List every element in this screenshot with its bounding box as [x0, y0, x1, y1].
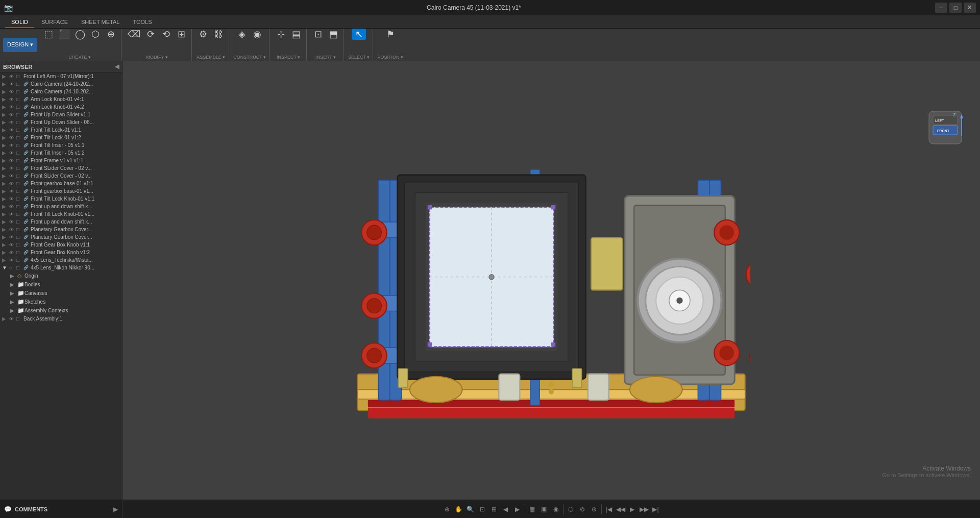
expand-icon-24[interactable]: ▶ [2, 257, 9, 263]
axis-button[interactable]: ◉ [250, 29, 264, 40]
visibility-icon-0[interactable]: 👁 [9, 74, 16, 79]
expand-icon-15[interactable]: ▶ [2, 188, 9, 194]
browser-item-23[interactable]: ▶👁□🔗Front Gear Box Knob v1:2 [0, 249, 122, 256]
expand-icon-25[interactable]: ▼ [2, 265, 9, 270]
close-button[interactable]: ✕ [964, 3, 976, 13]
modify-label[interactable]: MODIFY ▾ [146, 55, 168, 60]
browser-item-13[interactable]: ▶👁□🔗Front SLider Cover - 02 v... [0, 172, 122, 180]
browser-item-29[interactable]: ▶📁Sketches [0, 298, 122, 306]
zoom-fit-button[interactable]: ⊡ [477, 504, 488, 515]
move-button[interactable]: ⊕ [104, 29, 118, 40]
visibility-icon-6[interactable]: 👁 [9, 120, 16, 125]
visual-style-button[interactable]: ▣ [538, 504, 550, 515]
browser-item-9[interactable]: ▶👁□🔗Front Tilt Inser - 05 v1:1 [0, 141, 122, 149]
shell-button[interactable]: ⊞ [174, 29, 188, 40]
expand-icon-13[interactable]: ▶ [2, 173, 9, 179]
browser-item-27[interactable]: ▶📁Bodies [0, 280, 122, 289]
design-button[interactable]: DESIGN ▾ [3, 38, 37, 52]
align-button[interactable]: ⚑ [383, 29, 398, 40]
comments-collapse-icon[interactable]: ▶ [113, 506, 118, 513]
browser-item-7[interactable]: ▶👁□🔗Front Tilt Lock-01 v1:1 [0, 126, 122, 134]
visibility-icon-9[interactable]: 👁 [9, 143, 16, 148]
expand-icon-27[interactable]: ▶ [10, 282, 17, 287]
timeline-start-button[interactable]: |◀ [603, 504, 615, 515]
extrude-button[interactable]: ⬛ [57, 29, 72, 40]
tab-solid[interactable]: SOLID [5, 17, 34, 28]
section-analysis-button[interactable]: ⊛ [589, 504, 600, 515]
visibility-icon-3[interactable]: 👁 [9, 97, 16, 102]
prev-view-button[interactable]: ◀ [500, 504, 511, 515]
visibility-icon-13[interactable]: 👁 [9, 174, 16, 179]
visibility-icon-23[interactable]: 👁 [9, 250, 16, 255]
browser-item-26[interactable]: ▶◇Origin [0, 272, 122, 280]
browser-item-12[interactable]: ▶👁□🔗Front SLider Cover - 02 v... [0, 164, 122, 172]
browser-item-3[interactable]: ▶👁□🔗Arm Lock Knob-01 v4:1 [0, 95, 122, 103]
visibility-icon-31[interactable]: 👁 [9, 316, 16, 322]
expand-icon-31[interactable]: ▶ [2, 316, 9, 322]
fillet-button[interactable]: ⟳ [143, 29, 158, 40]
browser-item-28[interactable]: ▶📁Canvases [0, 289, 122, 298]
expand-icon-4[interactable]: ▶ [2, 104, 9, 110]
browser-item-14[interactable]: ▶👁□🔗Front gearbox base-01 v1:1 [0, 180, 122, 187]
expand-icon-10[interactable]: ▶ [2, 150, 9, 156]
visibility-icon-7[interactable]: 👁 [9, 128, 16, 133]
browser-item-0[interactable]: ▶👁□Front Left Arm - 07 v1(Mirror):1 [0, 72, 122, 80]
tab-sheet-metal[interactable]: SHEET METAL [75, 17, 126, 28]
zoom-tool-button[interactable]: 🔍 [465, 504, 476, 515]
visibility-icon-8[interactable]: 👁 [9, 135, 16, 140]
revolve-button[interactable]: ◯ [73, 29, 87, 40]
assemble-label[interactable]: ASSEMBLE ▾ [197, 55, 225, 60]
expand-icon-20[interactable]: ▶ [2, 227, 9, 232]
zoom-window-button[interactable]: ⊞ [488, 504, 500, 515]
visibility-icon-25[interactable]: ○ [9, 265, 16, 270]
expand-icon-5[interactable]: ▶ [2, 112, 9, 117]
visibility-icon-15[interactable]: 👁 [9, 189, 16, 194]
expand-icon-17[interactable]: ▶ [2, 204, 9, 209]
browser-item-11[interactable]: ▶👁□🔗Front Frame v1 v1 v1:1 [0, 157, 122, 164]
visibility-icon-20[interactable]: 👁 [9, 227, 16, 232]
tab-surface[interactable]: SURFACE [35, 17, 74, 28]
press-pull-button[interactable]: ⌫ [126, 29, 142, 40]
browser-item-10[interactable]: ▶👁□🔗Front Tilt Inser - 05 v1:2 [0, 149, 122, 157]
expand-icon-0[interactable]: ▶ [2, 73, 9, 79]
visibility-icon-14[interactable]: 👁 [9, 181, 16, 186]
insert-label[interactable]: INSERT ▾ [315, 55, 336, 60]
timeline-play-button[interactable]: ▶ [627, 504, 638, 515]
expand-icon-23[interactable]: ▶ [2, 250, 9, 255]
visibility-icon-1[interactable]: 👁 [9, 82, 16, 87]
browser-collapse-icon[interactable]: ◀ [115, 63, 119, 70]
browser-item-5[interactable]: ▶👁□🔗Front Up Down Slider v1:1 [0, 111, 122, 118]
visibility-icon-24[interactable]: 👁 [9, 258, 16, 263]
expand-icon-9[interactable]: ▶ [2, 142, 9, 148]
expand-icon-16[interactable]: ▶ [2, 196, 9, 202]
visibility-icon-2[interactable]: 👁 [9, 89, 16, 94]
expand-icon-26[interactable]: ▶ [10, 273, 17, 279]
visibility-icon-21[interactable]: 👁 [9, 235, 16, 240]
next-view-button[interactable]: ▶ [512, 504, 523, 515]
browser-item-19[interactable]: ▶👁□🔗Front up and down shift k... [0, 218, 122, 226]
browser-item-30[interactable]: ▶📁Assembly Contexts [0, 306, 122, 315]
visibility-icon-19[interactable]: 👁 [9, 219, 16, 225]
browser-item-6[interactable]: ▶👁□🔗Front Up Down Slider - 06... [0, 118, 122, 126]
expand-icon-8[interactable]: ▶ [2, 135, 9, 140]
position-label[interactable]: POSITION ▾ [377, 55, 403, 60]
browser-item-1[interactable]: ▶👁□🔗Cairo Camera (24-10-202... [0, 80, 122, 88]
browser-item-16[interactable]: ▶👁□🔗Front Tilt Lock Knob-01 v1:1 [0, 195, 122, 203]
browser-item-4[interactable]: ▶👁□🔗Arm Lock Knob-01 v4:2 [0, 103, 122, 111]
expand-icon-18[interactable]: ▶ [2, 211, 9, 217]
environment-button[interactable]: ◉ [550, 504, 561, 515]
measure-button[interactable]: ⊹ [274, 29, 288, 40]
gizmo[interactable]: LEFT FRONT Z [925, 107, 966, 148]
select-button[interactable]: ↖ [352, 29, 366, 40]
tab-tools[interactable]: TOOLS [127, 17, 158, 28]
visibility-icon-16[interactable]: 👁 [9, 196, 16, 202]
expand-icon-7[interactable]: ▶ [2, 127, 9, 133]
create-label[interactable]: CREATE ▾ [69, 55, 91, 60]
plane-button[interactable]: ◈ [235, 29, 249, 40]
viewport[interactable]: LEFT FRONT Z Activate Windows Go to Sett… [122, 61, 980, 500]
expand-icon-11[interactable]: ▶ [2, 158, 9, 163]
browser-item-21[interactable]: ▶👁□🔗Planetary Gearbox Cover... [0, 233, 122, 241]
browser-item-24[interactable]: ▶👁□🔗4x5 Lens_Technika/Wista... [0, 256, 122, 264]
minimize-button[interactable]: ─ [935, 3, 947, 13]
expand-icon-21[interactable]: ▶ [2, 234, 9, 240]
